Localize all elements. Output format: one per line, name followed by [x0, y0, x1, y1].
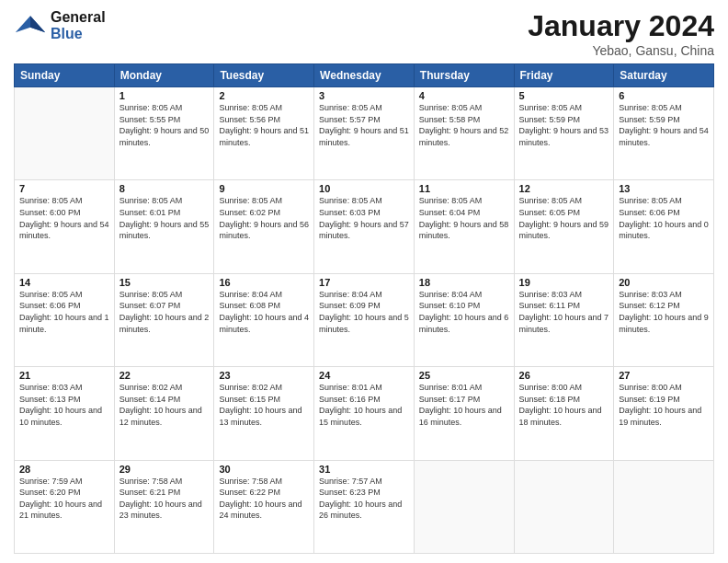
calendar-cell: 24Sunrise: 8:01 AMSunset: 6:16 PMDayligh…	[314, 367, 415, 460]
day-info: Sunrise: 8:04 AMSunset: 6:08 PMDaylight:…	[219, 289, 309, 335]
subtitle: Yebao, Gansu, China	[528, 43, 714, 58]
day-number: 9	[219, 183, 309, 194]
day-number: 12	[519, 183, 609, 194]
day-number: 4	[419, 90, 509, 101]
calendar-cell: 26Sunrise: 8:00 AMSunset: 6:18 PMDayligh…	[514, 367, 614, 460]
day-number: 5	[519, 90, 609, 101]
day-info: Sunrise: 8:04 AMSunset: 6:09 PMDaylight:…	[319, 289, 409, 335]
day-number: 27	[619, 370, 709, 381]
day-number: 8	[119, 183, 210, 194]
day-info: Sunrise: 8:00 AMSunset: 6:19 PMDaylight:…	[619, 382, 709, 428]
day-info: Sunrise: 7:58 AMSunset: 6:22 PMDaylight:…	[219, 476, 309, 522]
calendar-cell: 4Sunrise: 8:05 AMSunset: 5:58 PMDaylight…	[414, 87, 514, 180]
day-info: Sunrise: 8:03 AMSunset: 6:13 PMDaylight:…	[19, 382, 109, 428]
day-number: 23	[219, 370, 309, 381]
calendar-header-friday: Friday	[514, 64, 614, 87]
day-number: 20	[619, 277, 709, 288]
day-number: 30	[219, 464, 309, 475]
day-number: 16	[219, 277, 309, 288]
day-number: 28	[19, 464, 109, 475]
day-info: Sunrise: 8:05 AMSunset: 6:03 PMDaylight:…	[319, 195, 409, 241]
day-info: Sunrise: 8:05 AMSunset: 6:05 PMDaylight:…	[519, 195, 609, 241]
day-number: 18	[419, 277, 509, 288]
day-info: Sunrise: 8:02 AMSunset: 6:14 PMDaylight:…	[119, 382, 210, 428]
calendar-cell: 31Sunrise: 7:57 AMSunset: 6:23 PMDayligh…	[314, 460, 415, 553]
day-number: 19	[519, 277, 609, 288]
calendar-cell: 29Sunrise: 7:58 AMSunset: 6:21 PMDayligh…	[114, 460, 214, 553]
calendar-cell: 25Sunrise: 8:01 AMSunset: 6:17 PMDayligh…	[414, 367, 514, 460]
day-info: Sunrise: 8:05 AMSunset: 6:04 PMDaylight:…	[419, 195, 509, 241]
calendar-week-3: 14Sunrise: 8:05 AMSunset: 6:06 PMDayligh…	[15, 273, 714, 366]
title-section: January 2024 Yebao, Gansu, China	[528, 9, 714, 58]
calendar-table: SundayMondayTuesdayWednesdayThursdayFrid…	[14, 63, 714, 554]
logo-icon	[14, 9, 47, 42]
calendar-cell: 5Sunrise: 8:05 AMSunset: 5:59 PMDaylight…	[514, 87, 614, 180]
calendar-cell	[514, 460, 614, 553]
day-number: 31	[319, 464, 409, 475]
day-number: 7	[19, 183, 109, 194]
page: General Blue January 2024 Yebao, Gansu, …	[0, 0, 728, 563]
day-number: 11	[419, 183, 509, 194]
svg-marker-1	[30, 16, 45, 32]
calendar-week-4: 21Sunrise: 8:03 AMSunset: 6:13 PMDayligh…	[15, 367, 714, 460]
day-number: 1	[119, 90, 210, 101]
header: General Blue January 2024 Yebao, Gansu, …	[14, 9, 714, 58]
day-number: 15	[119, 277, 210, 288]
calendar-week-5: 28Sunrise: 7:59 AMSunset: 6:20 PMDayligh…	[15, 460, 714, 553]
day-number: 3	[319, 90, 409, 101]
calendar-cell: 7Sunrise: 8:05 AMSunset: 6:00 PMDaylight…	[15, 180, 115, 273]
day-info: Sunrise: 8:05 AMSunset: 6:06 PMDaylight:…	[619, 195, 709, 241]
day-info: Sunrise: 8:04 AMSunset: 6:10 PMDaylight:…	[419, 289, 509, 335]
day-info: Sunrise: 8:05 AMSunset: 6:01 PMDaylight:…	[119, 195, 210, 241]
day-number: 10	[319, 183, 409, 194]
day-info: Sunrise: 8:01 AMSunset: 6:17 PMDaylight:…	[419, 382, 509, 428]
day-info: Sunrise: 8:02 AMSunset: 6:15 PMDaylight:…	[219, 382, 309, 428]
calendar-week-2: 7Sunrise: 8:05 AMSunset: 6:00 PMDaylight…	[15, 180, 714, 273]
calendar-cell: 18Sunrise: 8:04 AMSunset: 6:10 PMDayligh…	[414, 273, 514, 366]
day-number: 24	[319, 370, 409, 381]
day-info: Sunrise: 8:00 AMSunset: 6:18 PMDaylight:…	[519, 382, 609, 428]
day-info: Sunrise: 7:59 AMSunset: 6:20 PMDaylight:…	[19, 476, 109, 522]
calendar-header-thursday: Thursday	[414, 64, 514, 87]
day-number: 17	[319, 277, 409, 288]
day-info: Sunrise: 8:05 AMSunset: 6:07 PMDaylight:…	[119, 289, 210, 335]
calendar-cell: 28Sunrise: 7:59 AMSunset: 6:20 PMDayligh…	[15, 460, 115, 553]
logo-general-text: General	[51, 9, 106, 26]
day-info: Sunrise: 8:03 AMSunset: 6:11 PMDaylight:…	[519, 289, 609, 335]
main-title: January 2024	[528, 9, 714, 43]
calendar-cell	[414, 460, 514, 553]
calendar-cell: 8Sunrise: 8:05 AMSunset: 6:01 PMDaylight…	[114, 180, 214, 273]
calendar-cell: 9Sunrise: 8:05 AMSunset: 6:02 PMDaylight…	[214, 180, 314, 273]
calendar-cell: 21Sunrise: 8:03 AMSunset: 6:13 PMDayligh…	[15, 367, 115, 460]
calendar-cell: 22Sunrise: 8:02 AMSunset: 6:14 PMDayligh…	[114, 367, 214, 460]
calendar-header-monday: Monday	[114, 64, 214, 87]
day-info: Sunrise: 8:05 AMSunset: 5:59 PMDaylight:…	[519, 102, 609, 148]
calendar-header-wednesday: Wednesday	[314, 64, 415, 87]
day-number: 2	[219, 90, 309, 101]
day-info: Sunrise: 8:05 AMSunset: 5:58 PMDaylight:…	[419, 102, 509, 148]
calendar-cell: 16Sunrise: 8:04 AMSunset: 6:08 PMDayligh…	[214, 273, 314, 366]
calendar-header-sunday: Sunday	[15, 64, 115, 87]
day-info: Sunrise: 8:05 AMSunset: 5:59 PMDaylight:…	[619, 102, 709, 148]
calendar-cell: 12Sunrise: 8:05 AMSunset: 6:05 PMDayligh…	[514, 180, 614, 273]
calendar-cell: 15Sunrise: 8:05 AMSunset: 6:07 PMDayligh…	[114, 273, 214, 366]
day-info: Sunrise: 8:05 AMSunset: 6:00 PMDaylight:…	[19, 195, 109, 241]
day-number: 6	[619, 90, 709, 101]
calendar-cell: 10Sunrise: 8:05 AMSunset: 6:03 PMDayligh…	[314, 180, 415, 273]
calendar-cell: 14Sunrise: 8:05 AMSunset: 6:06 PMDayligh…	[15, 273, 115, 366]
calendar-cell	[15, 87, 115, 180]
day-info: Sunrise: 8:01 AMSunset: 6:16 PMDaylight:…	[319, 382, 409, 428]
calendar-cell: 3Sunrise: 8:05 AMSunset: 5:57 PMDaylight…	[314, 87, 415, 180]
day-info: Sunrise: 8:05 AMSunset: 5:55 PMDaylight:…	[119, 102, 210, 148]
calendar-cell: 2Sunrise: 8:05 AMSunset: 5:56 PMDaylight…	[214, 87, 314, 180]
calendar-cell: 6Sunrise: 8:05 AMSunset: 5:59 PMDaylight…	[614, 87, 714, 180]
day-number: 22	[119, 370, 210, 381]
calendar-header-row: SundayMondayTuesdayWednesdayThursdayFrid…	[15, 64, 714, 87]
calendar-cell: 1Sunrise: 8:05 AMSunset: 5:55 PMDaylight…	[114, 87, 214, 180]
day-info: Sunrise: 8:05 AMSunset: 6:06 PMDaylight:…	[19, 289, 109, 335]
calendar-cell: 23Sunrise: 8:02 AMSunset: 6:15 PMDayligh…	[214, 367, 314, 460]
day-info: Sunrise: 7:57 AMSunset: 6:23 PMDaylight:…	[319, 476, 409, 522]
day-info: Sunrise: 8:05 AMSunset: 6:02 PMDaylight:…	[219, 195, 309, 241]
calendar-cell: 19Sunrise: 8:03 AMSunset: 6:11 PMDayligh…	[514, 273, 614, 366]
day-number: 21	[19, 370, 109, 381]
